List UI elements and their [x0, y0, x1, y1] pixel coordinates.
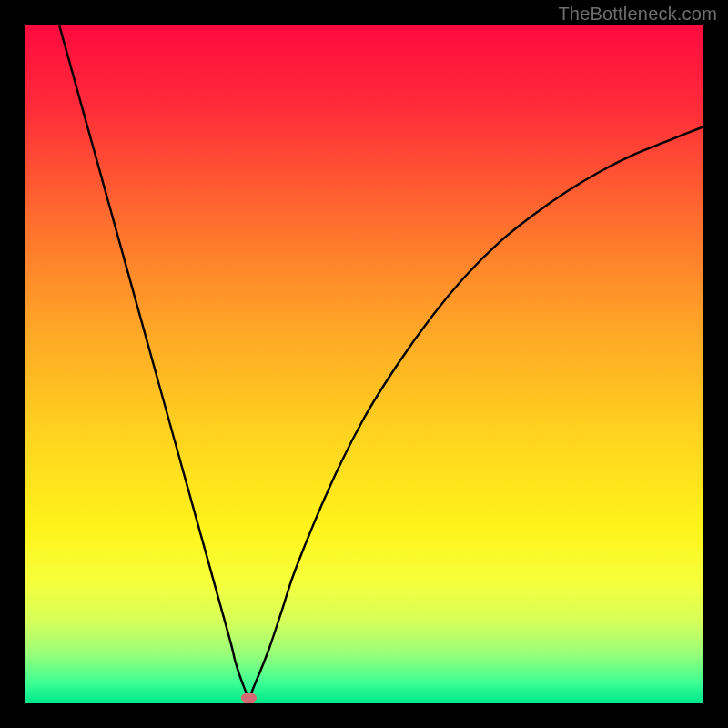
chart-frame: TheBottleneck.com — [0, 0, 728, 728]
watermark-text: TheBottleneck.com — [558, 4, 717, 25]
gradient-plot-area — [25, 25, 703, 703]
